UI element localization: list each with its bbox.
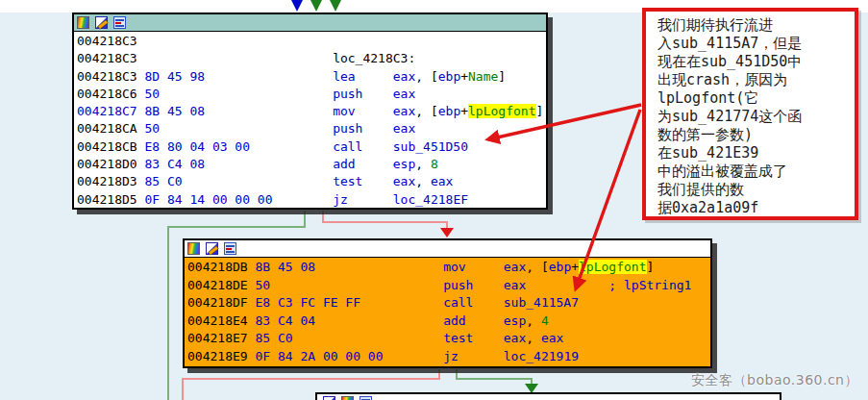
edit-comment-icon[interactable] <box>95 16 108 29</box>
group-node-icon[interactable] <box>360 396 372 400</box>
asm-line[interactable]: 004218CA 50 push eax <box>77 120 546 138</box>
edit-comment-icon[interactable] <box>323 396 335 400</box>
basic-block-4218DB[interactable]: 004218DB 8B 45 08 mov eax, [ebp+lpLogfon… <box>183 238 712 368</box>
asm-line[interactable]: 004218DF E8 C3 FC FE FF call sub_4115A7 <box>187 294 710 312</box>
node-color-icon[interactable] <box>341 396 354 400</box>
annotation-text-line: 我们提供的数 <box>657 181 851 199</box>
annotation-text-line: 据0xa2a1a09f <box>657 199 851 217</box>
annotation-text-line: 出现crash，原因为 <box>657 71 851 89</box>
edge-true-from-node2 <box>457 369 532 385</box>
asm-line[interactable]: 004218C3 8D 45 98 lea eax, [ebp+Name] <box>77 68 546 86</box>
edge-false-from-node1 <box>323 211 447 229</box>
node-title-bar <box>317 394 780 400</box>
site-watermark: 安全客（bobao.360.cn） <box>691 372 858 389</box>
asm-line[interactable]: 004218D0 83 C4 08 add esp, 8 <box>77 156 546 173</box>
edge-false-arrowhead-icon <box>440 228 454 238</box>
annotation-text-line: 中的溢出被覆盖成了 <box>657 162 851 181</box>
annotation-text-line: 数的第一参数) <box>657 126 851 144</box>
asm-line[interactable]: 004218C3 loc_4218C3: <box>77 50 546 67</box>
node-title-bar <box>74 14 546 32</box>
asm-line[interactable]: 004218E9 0F 84 2A 00 00 00 jz loc_421919 <box>187 348 710 366</box>
annotation-text-line: 我们期待执行流进 <box>657 16 851 35</box>
basic-block-4218C3[interactable]: 004218C3004218C3 loc_4218C3:004218C3 8D … <box>72 12 548 210</box>
asm-line[interactable]: 004218E4 83 C4 04 add esp, 4 <box>187 312 710 331</box>
asm-line[interactable]: 004218DB 8B 45 08 mov eax, [ebp+lpLogfon… <box>187 259 710 277</box>
group-node-icon[interactable] <box>224 242 236 255</box>
basic-block-partial-bottom[interactable] <box>315 392 781 400</box>
asm-line[interactable]: 004218E7 85 C0 test eax, eax <box>187 330 710 348</box>
asm-line[interactable]: 004218C7 8B 45 08 mov eax, [ebp+lpLogfon… <box>77 103 546 120</box>
edit-comment-icon[interactable] <box>206 242 218 255</box>
node-title-bar <box>185 240 710 258</box>
asm-line[interactable]: 004218CB E8 80 04 03 00 call sub_451D50 <box>77 138 546 156</box>
annotation-text-line: 现在在sub_451D50中 <box>657 53 851 71</box>
annotation-text-line: 在sub_421E39 <box>657 144 851 162</box>
ida-graph-view: 004218C3004218C3 loc_4218C3:004218C3 8D … <box>0 0 868 400</box>
annotation-text-line: 入sub_4115A7，但是 <box>657 35 851 53</box>
annotation-text-line: lpLogfont(它 <box>657 89 851 108</box>
asm-line[interactable]: 004218DE 50 push eax ; lpString1 <box>187 277 710 295</box>
annotation-text-line: 为sub_421774这个函 <box>657 108 851 126</box>
annotation-note: 我们期待执行流进入sub_4115A7，但是现在在sub_451D50中出现cr… <box>642 8 858 220</box>
asm-line[interactable]: 004218C6 50 push eax <box>77 86 546 103</box>
node-color-icon[interactable] <box>77 16 89 29</box>
group-node-icon[interactable] <box>113 16 126 29</box>
asm-line[interactable]: 004218D3 85 C0 test eax, eax <box>77 173 546 190</box>
node-color-icon[interactable] <box>187 242 200 255</box>
asm-line[interactable]: 004218D5 0F 84 14 00 00 00 jz loc_4218EF <box>77 191 546 209</box>
asm-line[interactable]: 004218C3 <box>77 33 546 50</box>
